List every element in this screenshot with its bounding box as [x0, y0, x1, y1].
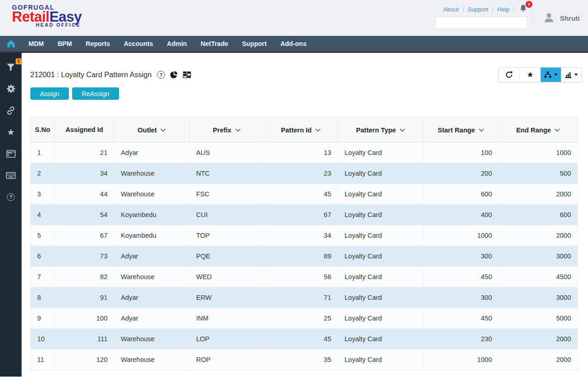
pie-chart-icon[interactable] — [170, 71, 178, 79]
nav-item-addons[interactable]: Add-ons — [273, 35, 313, 52]
assign-button[interactable]: Assign — [30, 87, 69, 100]
support-link[interactable]: Support — [468, 6, 489, 13]
table-cell: 100 — [424, 143, 499, 163]
grid-view-icon[interactable] — [183, 71, 191, 78]
nav-item-admin[interactable]: Admin — [160, 35, 194, 52]
nav-item-accounts[interactable]: Accounts — [117, 35, 160, 52]
table-cell: 500 — [499, 163, 578, 184]
nav-item-reports[interactable]: Reports — [79, 35, 117, 52]
filter-button[interactable]: 0 — [6, 62, 17, 72]
table-cell: Loyalty Card — [338, 349, 424, 370]
left-sidebar: 0 ★ — [0, 53, 22, 377]
chevron-down-icon — [554, 74, 558, 76]
table-row[interactable]: 11120WarehouseROP35Loyalty Card10002000 — [31, 349, 578, 370]
table-cell: 9 — [31, 308, 55, 329]
table-cell: 600 — [424, 184, 499, 205]
table-row[interactable]: 344WarehouseFSC45Loyalty Card6002000 — [31, 184, 578, 205]
column-label: Pattern Type — [356, 126, 396, 134]
notifications-button[interactable]: 7 — [519, 4, 527, 14]
table-cell: 300 — [424, 287, 499, 308]
keyboard-icon — [6, 172, 16, 179]
table-cell: 45 — [264, 329, 338, 349]
column-header-prefix[interactable]: Prefix — [190, 117, 264, 143]
brand-logo[interactable]: GOFRUGAL RetailEasy HEAD OFFICE — [12, 4, 82, 28]
table-cell: 13 — [264, 143, 338, 163]
column-label: Outlet — [138, 126, 157, 134]
table-cell: 4500 — [499, 267, 578, 287]
column-header-outlet[interactable]: Outlet — [114, 117, 190, 143]
window-preview-button[interactable] — [6, 149, 17, 159]
page-help-icon[interactable]: ? — [157, 71, 165, 79]
table-cell: 91 — [55, 287, 114, 308]
favorite-button[interactable]: ★ — [520, 68, 540, 82]
table-cell: Loyalty Card — [338, 267, 424, 287]
table-cell: 6 — [31, 246, 55, 267]
nav-item-nettrade[interactable]: NetTrade — [194, 35, 235, 52]
settings-button[interactable] — [6, 84, 17, 94]
nav-item-support[interactable]: Support — [235, 35, 274, 52]
column-header-start-range[interactable]: Start Range — [424, 117, 499, 143]
home-icon — [6, 40, 16, 48]
help-link[interactable]: Help — [497, 6, 509, 13]
nav-item-bpm[interactable]: BPM — [51, 35, 79, 52]
chevron-down-icon — [479, 126, 484, 133]
chevron-down-icon — [160, 126, 166, 133]
table-cell: 25 — [264, 308, 338, 329]
table-cell: Adyar — [114, 246, 190, 267]
table-row[interactable]: 10111WarehouseLOP45Loyalty Card2302000 — [31, 329, 578, 349]
links-button[interactable] — [6, 105, 17, 115]
column-label: Pattern Id — [281, 126, 312, 134]
table-row[interactable]: 782WarehouseWED56Loyalty Card4504500 — [31, 267, 578, 287]
table-cell: 1000 — [424, 225, 499, 246]
about-link[interactable]: About — [443, 6, 459, 13]
reassign-button[interactable]: ReAssign — [72, 87, 119, 100]
column-header-pattern-type[interactable]: Pattern Type — [338, 117, 424, 143]
table-head: S.NoAssigned IdOutletPrefixPattern IdPat… — [31, 117, 578, 143]
table-row[interactable]: 234WarehouseNTC23Loyalty Card200500 — [31, 163, 578, 184]
chevron-down-icon — [315, 126, 321, 133]
table-cell: 300 — [424, 246, 499, 267]
table-cell: 2000 — [499, 225, 578, 246]
column-header-assigned-id: Assigned Id — [55, 117, 114, 143]
table-cell: LOP — [190, 329, 264, 349]
column-header-end-range[interactable]: End Range — [499, 117, 578, 143]
hierarchy-view-button[interactable] — [540, 68, 561, 82]
search-input[interactable] — [436, 17, 524, 29]
notification-badge: 7 — [526, 1, 532, 8]
table-cell: 120 — [55, 349, 114, 370]
table-cell: Warehouse — [114, 163, 190, 184]
table-cell: 3 — [31, 184, 55, 205]
main-nav: MDM BPM Reports Accounts Admin NetTrade … — [0, 36, 588, 53]
table-cell: Warehouse — [114, 349, 190, 370]
table-row[interactable]: 454KoyambeduCUI67Loyalty Card400600 — [31, 205, 578, 225]
nav-home[interactable] — [0, 40, 22, 48]
user-menu[interactable]: Shruti — [533, 9, 580, 27]
table-row[interactable]: 891AdyarERW71Loyalty Card3003000 — [31, 287, 578, 308]
table-row[interactable]: 9100AdyarINM25Loyalty Card4505000 — [31, 308, 578, 329]
header-links: About Support Help 7 — [443, 5, 527, 14]
table-cell: 10 — [31, 329, 55, 349]
table-cell: Warehouse — [114, 267, 190, 287]
table-cell: 1 — [31, 143, 55, 163]
refresh-button[interactable] — [499, 68, 520, 82]
table-row[interactable]: 567KoyambeduTOP34Loyalty Card10002000 — [31, 225, 578, 246]
table-cell: 2000 — [499, 349, 578, 370]
table-cell: FSC — [190, 184, 264, 205]
table-cell: Loyalty Card — [338, 287, 424, 308]
table-cell: Loyalty Card — [338, 308, 424, 329]
column-header-pattern-id[interactable]: Pattern Id — [264, 117, 338, 143]
help-button[interactable]: ? — [6, 192, 17, 202]
table-cell: Adyar — [114, 287, 190, 308]
table-row[interactable]: 121AdyarAUS13Loyalty Card1001000 — [31, 143, 578, 163]
table-cell: 100 — [55, 308, 114, 329]
brand-edition: HEAD OFFICE — [36, 22, 82, 28]
page-title: 212001 : Loyalty Card Pattern Assign — [30, 71, 152, 79]
nav-item-mdm[interactable]: MDM — [22, 35, 51, 52]
table-cell: 44 — [55, 184, 114, 205]
favorites-button[interactable]: ★ — [6, 127, 17, 137]
table-cell: 54 — [55, 205, 114, 225]
table-row[interactable]: 673AdyarPQE89Loyalty Card3003000 — [31, 246, 578, 267]
keyboard-button[interactable] — [6, 170, 17, 180]
table-cell: 8 — [31, 287, 55, 308]
chart-view-button[interactable] — [561, 68, 582, 82]
